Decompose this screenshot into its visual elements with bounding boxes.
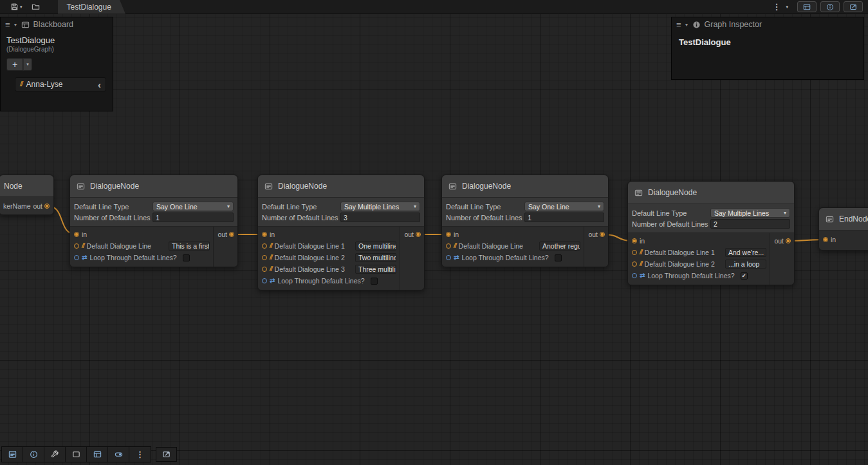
node-fields-section: Default Line TypeSay Multiple Lines▾Numb… [628,204,794,233]
port-dot[interactable] [600,232,605,237]
port-dot[interactable] [44,204,50,209]
port-dot[interactable] [446,232,451,237]
port-dot[interactable] [416,232,421,237]
port-dot[interactable] [262,267,267,272]
dialogue-node[interactable]: DialogueNodeDefault Line TypeSay Multipl… [627,181,795,285]
dialogue-node[interactable]: DialogueNodeDefault Line TypeSay One Lin… [69,175,238,267]
port-dot[interactable] [632,250,637,255]
toggle-button[interactable] [108,447,129,462]
port-dot[interactable] [74,232,79,237]
folder-button[interactable] [30,2,41,12]
port-label: in [454,231,459,238]
number-of-lines-input[interactable]: 1 [152,213,234,222]
inspector-header-icons: ≡▼ [676,21,701,29]
input-port-row: in [258,229,400,240]
blackboard-icon [93,450,102,459]
port-label: Default Dialogue Line 2 [275,254,345,261]
port-dot[interactable] [74,255,79,260]
number-of-lines-input[interactable]: 1 [524,213,604,222]
add-property-caret-button[interactable]: ▾ [23,58,32,71]
wrench-button[interactable] [44,447,66,462]
node-type-icon [448,182,457,191]
port-dot[interactable] [262,232,267,237]
add-property-button[interactable]: + [6,58,23,71]
dialogue-node[interactable]: DialogueNodeDefault Line TypeSay One Lin… [441,175,609,267]
panel-list-button[interactable] [2,447,23,462]
node-ports-section: in//Default Dialogue LineAnother regu⇄Lo… [442,227,608,267]
blackboard-field[interactable]: // Anna-Lyse ‹ [15,77,106,91]
speaker-node-partial[interactable]: NodekerNameout [0,175,54,215]
port-label: Default Dialogue Line 2 [645,260,715,268]
node-title-bar[interactable]: EndNode [819,208,868,231]
frame-button[interactable] [66,447,87,462]
dropdown-value: Say One Line [156,203,198,211]
loop-checkbox[interactable]: ✔ [741,272,748,280]
port-dot[interactable] [632,238,637,243]
graph-inspector-panel[interactable]: ≡▼ Graph Inspector TestDialogue [671,17,864,80]
number-of-lines-input[interactable]: 3 [340,213,420,222]
blackboard-header[interactable]: ≡▼ Blackboard [1,17,113,32]
more-button[interactable]: ⋮ [771,2,782,12]
port-dot[interactable] [262,255,267,260]
port-dot[interactable] [632,273,637,278]
number-of-lines-input[interactable]: 2 [710,219,790,229]
line-type-dropdown[interactable]: Say Multiple Lines▾ [710,208,790,218]
blackboard-panel[interactable]: ≡▼ Blackboard TestDialogue (DialogueGrap… [0,17,113,111]
dialogue-line-input[interactable]: One multiline [355,242,396,251]
script-panel-toggle-button[interactable] [844,1,863,12]
dialogue-line-input[interactable]: This is a first [169,242,210,251]
node-ports-section: in//Default Dialogue LineThis is a first… [70,227,237,267]
node-fields-section: Default Line TypeSay One Line▾Number of … [70,198,237,227]
dialogue-line-input[interactable]: Two multiline [355,253,396,262]
line-type-dropdown[interactable]: Say One Line▾ [524,202,604,211]
port-dot[interactable] [229,232,234,237]
port-dot[interactable] [262,278,267,283]
caret-icon: ▾ [786,5,788,9]
input-port-row: in [70,229,213,240]
node-title-bar[interactable]: DialogueNode [628,182,794,204]
node-title-bar[interactable]: DialogueNode [442,175,608,198]
port-dot[interactable] [446,255,451,260]
info-button[interactable] [23,447,44,462]
port-label: Loop Through Default Lines? [461,254,548,261]
line-type-dropdown[interactable]: Say One Line▾ [152,202,234,211]
line-type-dropdown[interactable]: Say Multiple Lines▾ [340,202,420,211]
port-label: Default Dialogue Line [87,242,151,250]
node-title-bar[interactable]: Node [0,175,53,197]
script-button[interactable] [156,447,177,462]
loop-checkbox[interactable] [371,278,378,285]
quote-icon: // [640,249,642,256]
output-ports: out [400,227,424,290]
info-panel-toggle-button[interactable] [820,1,840,12]
port-dot[interactable] [262,243,267,249]
port-dot[interactable] [446,243,451,249]
input-ports: in//Default Dialogue LineThis is a first… [70,227,213,267]
dialogue-line-input[interactable]: Another regu [539,242,580,251]
caret-button[interactable]: ▾ [784,4,790,10]
dialogue-node[interactable]: DialogueNodeDefault Line TypeSay Multipl… [257,175,425,290]
field-collapse-control[interactable]: ‹ [98,80,101,90]
port-label: Default Dialogue Line [459,242,523,250]
dialogue-line-input[interactable]: ...in a loop [725,260,766,269]
graph-tab[interactable]: TestDialogue [58,0,125,14]
loop-icon: ⇄ [640,272,645,279]
port-dot[interactable] [786,238,791,243]
end-node[interactable]: EndNodein [818,207,868,251]
loop-checkbox[interactable] [183,254,190,261]
port-dot[interactable] [632,261,637,267]
more-button[interactable]: ⋮ [129,447,151,462]
field-label: Number of Default Lines [632,220,710,228]
port-dot[interactable] [74,243,79,249]
inspector-header[interactable]: ≡▼ Graph Inspector [672,17,863,32]
wrench-icon [51,450,59,459]
blackboard-panel-toggle-button[interactable] [797,1,817,12]
loop-checkbox[interactable] [555,254,562,261]
node-title-bar[interactable]: DialogueNode [258,175,424,198]
dialogue-line-input[interactable]: Three multilin [355,265,396,274]
blackboard-graph-type: (DialogueGraph) [1,45,113,53]
save-button[interactable]: ▾ [9,2,24,12]
node-title-bar[interactable]: DialogueNode [70,175,237,198]
dialogue-line-input[interactable]: And we're... [725,248,766,257]
blackboard-button[interactable] [87,447,108,462]
port-dot[interactable] [823,237,828,242]
